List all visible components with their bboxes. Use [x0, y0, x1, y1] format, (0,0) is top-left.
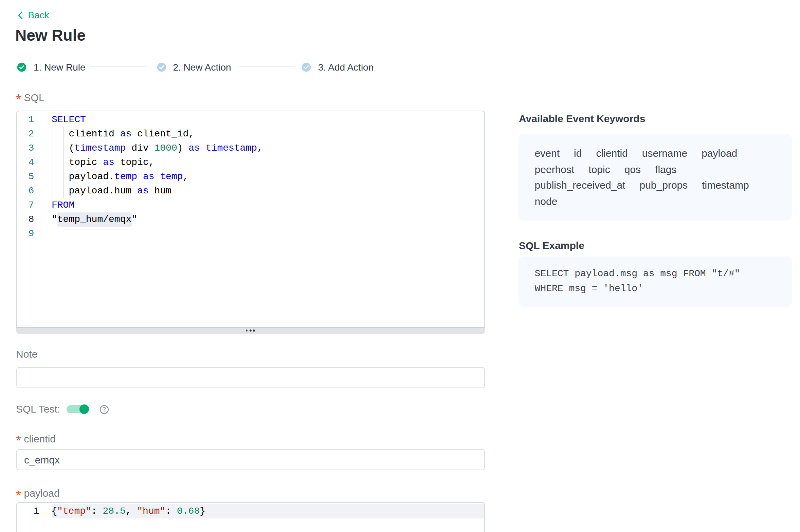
- svg-text:?: ?: [103, 406, 106, 413]
